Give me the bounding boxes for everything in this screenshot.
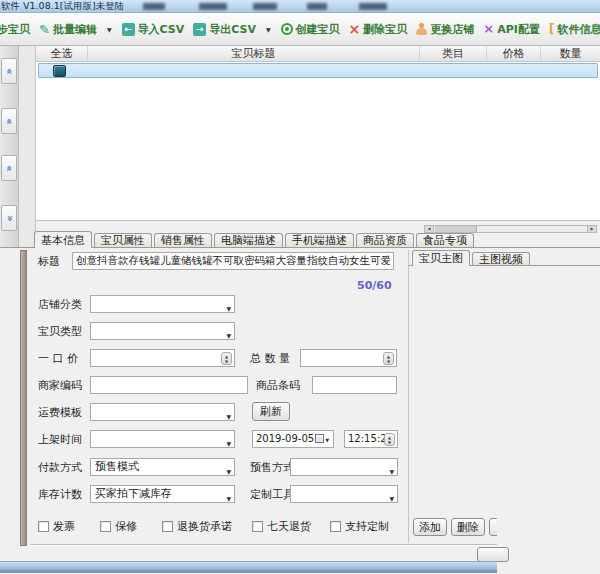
app-window: 软件 V1.08.1[试用版]未登陆 同步宝贝 ✎ 批量编辑 ▼ ← 导入CSV… — [0, 0, 600, 574]
export-csv-label: 导出CSV — [209, 22, 256, 37]
create-product-button[interactable]: 创建宝贝 — [280, 20, 341, 39]
seven-day-return-checkbox[interactable] — [252, 521, 263, 532]
batch-edit-dropdown-arrow-icon[interactable]: ▼ — [105, 26, 114, 33]
stock-count-label: 库存计数 — [38, 486, 82, 504]
calendar-icon[interactable] — [315, 434, 324, 443]
column-quantity[interactable]: 数量 — [541, 46, 600, 61]
tab-product-qualification[interactable]: 商品资质 — [356, 233, 414, 248]
tab-basic-info[interactable]: 基本信息 — [34, 231, 92, 248]
tab-main-video[interactable]: 主图视频 — [472, 252, 530, 266]
date-picker[interactable]: 2019-09-05▼ — [252, 430, 334, 448]
sidebar-gutter — [19, 46, 36, 247]
presale-method-label: 预售方式 — [250, 459, 294, 477]
chevron-down-icon: ▼ — [226, 491, 231, 503]
custom-tool-select[interactable]: ▼ — [290, 485, 398, 503]
shop-category-select[interactable]: ▼ — [90, 295, 235, 313]
barcode-input[interactable] — [312, 376, 397, 394]
tab-sales-attributes[interactable]: 销售属性 — [154, 233, 212, 248]
row-image-placeholder-icon[interactable] — [53, 65, 66, 77]
main-image-list[interactable] — [409, 266, 600, 512]
title-label: 标题 — [38, 253, 60, 271]
double-chevron-down-icon: « — [4, 215, 15, 221]
table-row[interactable] — [38, 63, 598, 78]
warranty-label: 保修 — [115, 518, 137, 536]
double-chevron-up-icon: « — [4, 68, 15, 74]
tab-main-image[interactable]: 宝贝主图 — [412, 250, 470, 266]
payment-method-select[interactable]: 预售模式 ▼ — [90, 458, 235, 476]
tab-mobile-description[interactable]: 手机端描述 — [285, 233, 354, 248]
chevron-down-icon[interactable]: ▼ — [325, 437, 329, 443]
collapse-panel-button[interactable]: « — [1, 205, 17, 231]
shipping-template-select[interactable]: ▼ — [90, 403, 235, 421]
merchant-code-input[interactable] — [90, 376, 248, 394]
product-type-select[interactable]: ▼ — [90, 322, 235, 340]
shop-category-label: 店铺分类 — [38, 296, 82, 314]
redacted-menu-item[interactable] — [307, 3, 327, 10]
chevron-down-icon: ▼ — [226, 464, 231, 476]
return-promise-label: 退换货承诺 — [177, 518, 232, 536]
column-price[interactable]: 价格 — [487, 46, 541, 61]
batch-edit-button[interactable]: ✎ 批量编辑 — [38, 20, 98, 39]
support-custom-checkbox[interactable] — [330, 521, 341, 532]
product-table: 全选 宝贝标题 类目 价格 数量 — [36, 46, 600, 221]
qty-spinner[interactable]: ▲▼ — [383, 352, 394, 365]
presale-method-select[interactable]: ▼ — [290, 458, 398, 476]
software-info-button[interactable]: [ 软件信息 — [548, 20, 600, 39]
delete-product-button[interactable]: × 删除宝贝 — [348, 20, 409, 39]
merchant-code-label: 商家编码 — [38, 377, 82, 395]
return-promise-checkbox[interactable] — [162, 521, 173, 532]
import-icon: ← — [122, 23, 135, 36]
bottom-scrollbar[interactable] — [0, 561, 497, 570]
form-left-splitter[interactable] — [20, 250, 27, 546]
background — [497, 505, 600, 545]
add-image-button[interactable]: 添加 — [413, 518, 447, 536]
payment-method-label: 付款方式 — [38, 459, 82, 477]
date-value: 2019-09-05 — [256, 433, 314, 444]
collapse-panel-button[interactable]: « — [1, 155, 17, 181]
tab-product-attributes[interactable]: 宝贝属性 — [94, 233, 152, 248]
redacted-menu-item[interactable] — [199, 3, 227, 10]
scroll-right-icon[interactable]: ▶ — [587, 226, 596, 232]
product-type-label: 宝贝类型 — [38, 323, 82, 341]
delete-image-button[interactable]: 删除 — [451, 518, 485, 536]
sync-products-label: 同步宝贝 — [0, 22, 30, 37]
redacted-menu-item[interactable] — [143, 3, 165, 10]
export-csv-dropdown-arrow-icon[interactable]: ▼ — [264, 26, 273, 33]
title-input[interactable] — [72, 252, 394, 270]
invoice-checkbox[interactable] — [38, 521, 49, 532]
collapse-panel-button[interactable]: « — [1, 58, 17, 84]
batch-edit-label: 批量编辑 — [53, 22, 97, 37]
import-csv-button[interactable]: ← 导入CSV — [121, 20, 186, 39]
software-info-label: 软件信息 — [557, 22, 600, 37]
export-csv-button[interactable]: → 导出CSV — [192, 20, 257, 39]
listing-time-select[interactable]: ▼ — [90, 430, 235, 448]
stock-count-select[interactable]: 买家拍下减库存 ▼ — [90, 485, 235, 503]
chevron-down-icon: ▼ — [226, 328, 231, 340]
bottom-edge — [0, 570, 497, 573]
time-spinner[interactable]: ▲▼ — [384, 433, 395, 446]
price-input[interactable]: ▲▼ — [90, 349, 235, 367]
column-select-all[interactable]: 全选 — [36, 46, 88, 61]
refresh-button[interactable]: 刷新 — [252, 402, 290, 421]
bottom-blank-button[interactable] — [477, 547, 509, 562]
sync-products-button[interactable]: 同步宝贝 — [0, 20, 31, 39]
chevron-down-icon: ▼ — [226, 301, 231, 313]
barcode-label: 商品条码 — [256, 377, 300, 395]
total-qty-label: 总 数 量 — [250, 350, 290, 368]
collapse-panel-button[interactable]: « — [1, 108, 17, 134]
time-picker[interactable]: 12:15:27 ▲▼ — [344, 430, 398, 448]
column-product-title[interactable]: 宝贝标题 — [88, 46, 420, 61]
warranty-checkbox[interactable] — [100, 521, 111, 532]
redacted-menu-item[interactable] — [253, 3, 277, 10]
tab-food-special[interactable]: 食品专项 — [416, 233, 474, 248]
api-config-button[interactable]: × API配置 — [482, 20, 541, 39]
price-spinner[interactable]: ▲▼ — [221, 352, 232, 365]
column-category[interactable]: 类目 — [420, 46, 487, 61]
switch-shop-button[interactable]: 更换店铺 — [415, 20, 475, 39]
total-qty-input[interactable]: ▲▼ — [300, 349, 397, 367]
tab-pc-description[interactable]: 电脑端描述 — [214, 233, 283, 248]
info-bracket-icon: [ — [549, 22, 554, 36]
redacted-menu-item[interactable] — [359, 3, 387, 10]
main-toolbar: 同步宝贝 ✎ 批量编辑 ▼ ← 导入CSV → 导出CSV ▼ 创建宝贝 × 删… — [0, 13, 600, 46]
chevron-down-icon: ▼ — [226, 409, 231, 421]
